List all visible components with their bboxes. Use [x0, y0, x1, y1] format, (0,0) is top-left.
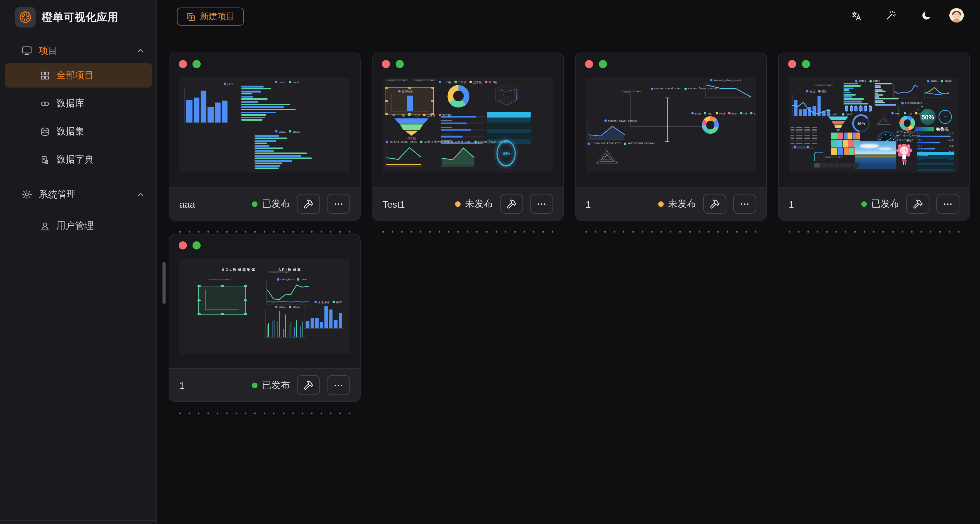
- ellipsis-icon: [740, 199, 750, 209]
- status-badge: 已发布: [861, 198, 899, 210]
- project-card[interactable]: SQL数据源测试API数据集class_hourpricedata1data2合…: [169, 234, 361, 402]
- more-button[interactable]: [530, 194, 553, 213]
- thumb-widget-boxrow: [845, 105, 871, 112]
- film-dots: [585, 231, 756, 233]
- ellipsis-icon: [943, 199, 953, 209]
- magic-wand-icon[interactable]: [885, 10, 896, 21]
- more-button[interactable]: [733, 194, 756, 213]
- project-card[interactable]: 价格课时data1data2data1data2chineseScoredata…: [778, 53, 970, 221]
- project-thumbnail[interactable]: 价格课时data1data2data1data2chineseScoredata…: [789, 77, 959, 172]
- thumb-widget-text: SQL数据源测试: [222, 262, 256, 273]
- sidebar-item-label: 数据字典: [56, 154, 94, 166]
- thumb-widget-legend: data1data2: [275, 305, 300, 309]
- project-thumbnail[interactable]: pricedata1data2data1data2: [179, 77, 350, 172]
- card-dot-red: [585, 60, 593, 68]
- new-project-button[interactable]: 新建项目: [177, 8, 244, 26]
- app-logo-row[interactable]: 橙单可视化应用: [0, 0, 156, 34]
- card-dot-red: [788, 60, 796, 68]
- thumb-widget-legend: student_attend_countstudent_flower_amoun…: [650, 87, 717, 90]
- thumb-widget-legend: student_attend_count: [710, 78, 741, 82]
- sidebar-item-data-dictionary[interactable]: 数据字典: [5, 148, 152, 172]
- thumb-widget-tabs: [815, 163, 859, 168]
- project-card[interactable]: pricedata1data2data1data2 aaa 已发布: [169, 53, 361, 221]
- moon-icon[interactable]: [921, 10, 932, 21]
- thumb-widget-vbar: [185, 88, 229, 123]
- card-dot-red: [382, 60, 390, 68]
- card-footer: Test1 未发布: [372, 187, 563, 220]
- gear-icon: [21, 189, 33, 200]
- sidebar-item-label: 数据库: [56, 97, 84, 110]
- sidebar-item-label: 全部项目: [56, 70, 94, 81]
- thumb-widget-ring: 25.00%: [937, 109, 953, 125]
- sidebar-bottom-divider: [0, 520, 156, 521]
- status-dot: [455, 201, 460, 207]
- status-dot: [252, 382, 258, 388]
- ellipsis-icon: [536, 199, 547, 209]
- ellipsis-icon: [333, 380, 344, 390]
- card-dot-green: [599, 60, 607, 68]
- project-name: aaa: [179, 199, 245, 209]
- grid-icon: [40, 70, 50, 80]
- project-thumbnail[interactable]: student_attend_countstudent_attend_count…: [585, 77, 756, 172]
- thumb-widget-line: [924, 83, 949, 99]
- status-badge: 已发布: [252, 198, 290, 210]
- thumb-widget-select: [413, 80, 435, 85]
- build-button[interactable]: [703, 194, 726, 213]
- thumb-widget-select: [268, 271, 290, 277]
- status-label: 已发布: [871, 198, 899, 210]
- status-badge: 已发布: [252, 379, 290, 391]
- thumb-widget-vbar: [304, 304, 343, 329]
- thumb-widget-gvbar: [264, 309, 305, 338]
- sidebar-group-label: 项目: [39, 45, 136, 57]
- film-dots: [179, 231, 350, 233]
- project-thumbnail[interactable]: SQL数据源测试API数据集class_hourpricedata1data2合…: [179, 259, 350, 354]
- svg-text:102%: 102%: [503, 151, 510, 156]
- film-dots: [179, 413, 350, 414]
- card-dot-green: [802, 60, 810, 68]
- sidebar-divider: [0, 34, 156, 35]
- scrollbar-thumb[interactable]: [162, 262, 165, 304]
- sidebar-item-user-management[interactable]: 用户管理: [5, 214, 152, 238]
- thumb-widget-line: [386, 144, 422, 167]
- more-button[interactable]: [327, 194, 350, 213]
- project-card[interactable]: 散花数量一年级二年级三年级四年级一年级二年级三年级四年级四年级student_a…: [372, 53, 563, 221]
- thumb-widget-legend: 10368450671716327521017063257200020-4: [587, 142, 655, 145]
- card-dot-red: [179, 60, 187, 68]
- project-name: 1: [179, 380, 245, 390]
- card-footer: aaa 已发布: [169, 187, 360, 220]
- build-button[interactable]: [906, 194, 929, 213]
- more-button[interactable]: [327, 375, 350, 395]
- project-thumbnail[interactable]: 散花数量一年级二年级三年级四年级一年级二年级三年级四年级四年级student_a…: [383, 77, 553, 172]
- build-button[interactable]: [297, 375, 320, 395]
- status-label: 已发布: [262, 379, 290, 391]
- build-button[interactable]: [297, 194, 320, 213]
- more-button[interactable]: [936, 194, 959, 213]
- sidebar-item-all-projects[interactable]: 全部项目: [5, 63, 152, 88]
- language-icon[interactable]: [851, 10, 862, 21]
- card-dot-green: [396, 60, 404, 68]
- thumb-widget-select: [208, 279, 231, 284]
- thumb-widget-slider: [792, 146, 815, 149]
- chevron-up-icon: [136, 190, 145, 199]
- thumb-widget-legend: 一年级二年级三年级四年级: [439, 80, 497, 84]
- thumb-widget-line: [266, 282, 309, 304]
- build-button[interactable]: [500, 194, 523, 213]
- thumb-widget-legend: class_hourprice: [277, 278, 307, 281]
- thumb-widget-donut: [702, 116, 719, 134]
- thumb-widget-funnel: 四年级: [395, 118, 429, 143]
- sidebar-group-projects[interactable]: 项目: [0, 42, 156, 59]
- sidebar-group-system[interactable]: 系统管理: [0, 186, 156, 203]
- sidebar-item-label: 用户管理: [56, 220, 94, 232]
- project-card[interactable]: student_attend_countstudent_attend_count…: [575, 53, 767, 221]
- sidebar-item-dataset[interactable]: 数据集: [5, 119, 152, 144]
- card-footer: 1 未发布: [576, 187, 766, 220]
- thumb-widget-legend: 一年级二年级三年级四年级: [393, 114, 451, 117]
- sidebar-item-database[interactable]: 数据库: [5, 91, 152, 115]
- svg-text:25.00%: 25.00%: [943, 116, 947, 118]
- sidebar-item-label: 数据集: [56, 126, 84, 138]
- thumb-widget-selbox: [198, 285, 246, 315]
- user-avatar[interactable]: [949, 8, 964, 22]
- thumb-widget-select: [815, 84, 833, 89]
- thumb-widget-legend: data1data2: [828, 113, 853, 116]
- card-dot-green: [192, 60, 200, 68]
